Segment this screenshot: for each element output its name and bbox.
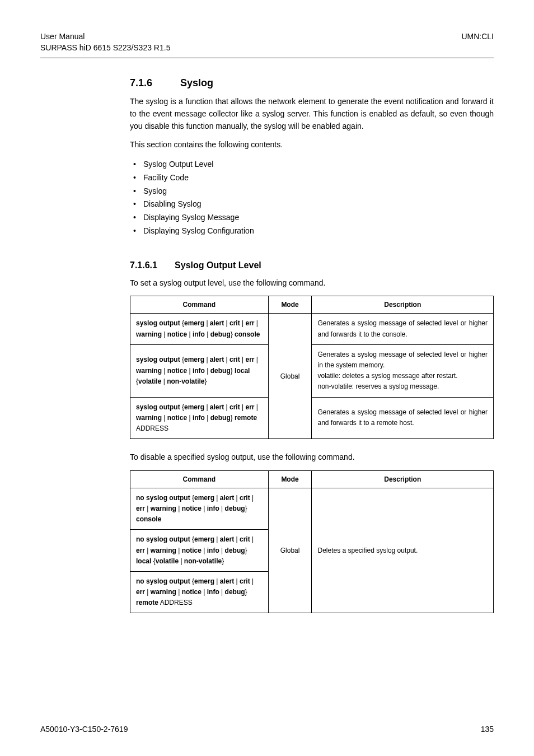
section-title: Syslog bbox=[180, 77, 213, 88]
command-table-1: Command Mode Description syslog output {… bbox=[130, 296, 494, 439]
col-mode: Mode bbox=[268, 296, 312, 314]
table-row: syslog output {emerg | alert | crit | er… bbox=[130, 397, 494, 439]
page-footer: A50010-Y3-C150-2-7619 135 bbox=[40, 725, 494, 734]
page: User Manual SURPASS hiD 6615 S223/S323 R… bbox=[0, 0, 534, 756]
table-header-row: Command Mode Description bbox=[130, 470, 494, 488]
header-left: User Manual SURPASS hiD 6615 S223/S323 R… bbox=[40, 31, 170, 53]
header-divider bbox=[40, 58, 494, 58]
header-right: UMN:CLI bbox=[461, 31, 494, 43]
section-para-2: This section contains the following cont… bbox=[130, 139, 494, 151]
bullet-item: Disabling Syslog bbox=[130, 198, 494, 211]
section-bullet-list: Syslog Output Level Facility Code Syslog… bbox=[130, 158, 494, 238]
bullet-item: Syslog bbox=[130, 185, 494, 198]
bullet-item: Displaying Syslog Message bbox=[130, 211, 494, 225]
command-cell: syslog output {emerg | alert | crit | er… bbox=[130, 314, 269, 344]
subsection-heading: 7.1.6.1 Syslog Output Level bbox=[130, 260, 494, 270]
table-row: syslog output {emerg | alert | crit | er… bbox=[130, 314, 494, 344]
section-heading: 7.1.6 Syslog bbox=[130, 77, 494, 89]
bullet-item: Syslog Output Level bbox=[130, 158, 494, 171]
subsection-title: Syslog Output Level bbox=[175, 260, 261, 270]
table-row: no syslog output {emerg | alert | crit |… bbox=[130, 488, 494, 530]
command-cell: no syslog output {emerg | alert | crit |… bbox=[130, 488, 269, 530]
table-row: syslog output {emerg | alert | crit | er… bbox=[130, 344, 494, 397]
description-cell: Generates a syslog message of selected l… bbox=[312, 397, 494, 439]
manual-title-line1: User Manual bbox=[40, 31, 170, 43]
col-description: Description bbox=[312, 470, 494, 488]
subsection-number: 7.1.6.1 bbox=[130, 260, 157, 270]
mode-cell: Global bbox=[268, 314, 312, 439]
bullet-item: Displaying Syslog Configuration bbox=[130, 225, 494, 238]
command-table-2: Command Mode Description no syslog outpu… bbox=[130, 470, 494, 614]
page-header: User Manual SURPASS hiD 6615 S223/S323 R… bbox=[40, 31, 494, 57]
description-cell: Generates a syslog message of selected l… bbox=[312, 344, 494, 397]
footer-doc-id: A50010-Y3-C150-2-7619 bbox=[40, 725, 128, 734]
description-cell: Generates a syslog message of selected l… bbox=[312, 314, 494, 344]
col-mode: Mode bbox=[268, 470, 312, 488]
command-cell: no syslog output {emerg | alert | crit |… bbox=[130, 530, 269, 572]
command-cell: no syslog output {emerg | alert | crit |… bbox=[130, 571, 269, 613]
col-command: Command bbox=[130, 296, 269, 314]
command-cell: syslog output {emerg | alert | crit | er… bbox=[130, 344, 269, 397]
manual-title-line2: SURPASS hiD 6615 S223/S323 R1.5 bbox=[40, 43, 170, 54]
col-command: Command bbox=[130, 470, 269, 488]
command-cell: syslog output {emerg | alert | crit | er… bbox=[130, 397, 269, 439]
col-description: Description bbox=[312, 296, 494, 314]
section-para-1: The syslog is a function that allows the… bbox=[130, 96, 494, 132]
description-cell: Deletes a specified syslog output. bbox=[312, 488, 494, 613]
footer-page-number: 135 bbox=[481, 725, 494, 734]
mode-cell: Global bbox=[268, 488, 312, 613]
section-number: 7.1.6 bbox=[130, 77, 152, 88]
bullet-item: Facility Code bbox=[130, 171, 494, 185]
subsection-intro-1: To set a syslog output level, use the fo… bbox=[130, 277, 494, 290]
subsection-intro-2: To disable a specified syslog output, us… bbox=[130, 451, 494, 464]
content-body: 7.1.6 Syslog The syslog is a function th… bbox=[130, 77, 494, 613]
table-header-row: Command Mode Description bbox=[130, 296, 494, 314]
